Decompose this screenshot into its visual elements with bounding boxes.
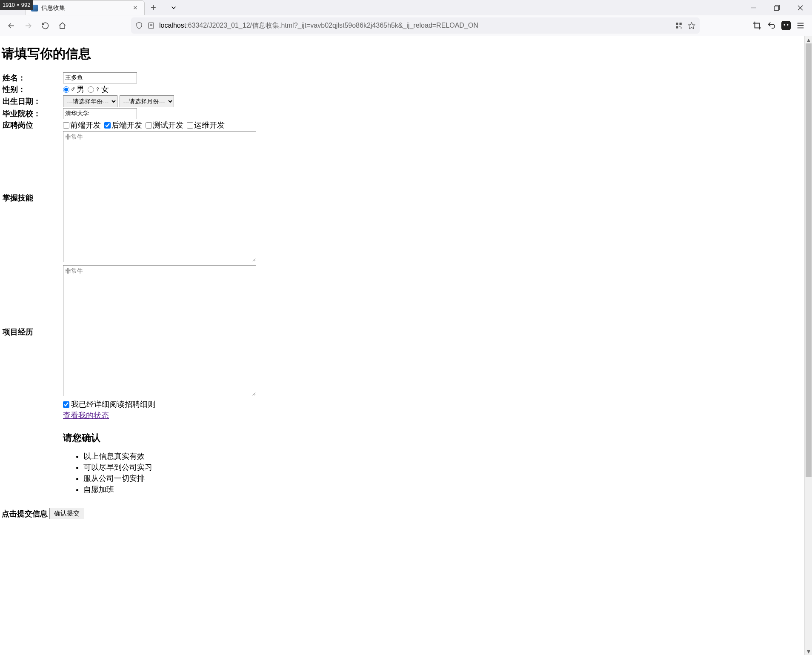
nav-bar: localhost:63342/J2023_01_12/信息收集.html?_i…	[0, 15, 812, 36]
svg-rect-13	[680, 26, 680, 27]
undo-icon[interactable]	[767, 21, 776, 30]
home-button[interactable]	[54, 18, 70, 33]
qr-icon[interactable]	[675, 22, 683, 29]
tab-bar: 1910 × 992 信息收集 × +	[0, 0, 812, 15]
maximize-button[interactable]	[765, 0, 789, 15]
window-controls	[742, 0, 812, 15]
svg-point-16	[784, 24, 786, 26]
vertical-scrollbar[interactable]: ▴ ▾	[804, 36, 812, 36]
tab-close-button[interactable]: ×	[131, 3, 139, 12]
crop-icon[interactable]	[752, 21, 762, 30]
url-text: localhost:63342/J2023_01_12/信息收集.html?_i…	[159, 21, 671, 30]
svg-rect-14	[681, 28, 682, 29]
forward-button[interactable]	[20, 18, 36, 33]
extension-icon[interactable]	[781, 21, 791, 30]
svg-rect-12	[676, 26, 678, 29]
shield-icon[interactable]	[135, 22, 143, 29]
back-button[interactable]	[3, 18, 19, 33]
tab-list-button[interactable]	[162, 0, 186, 15]
svg-point-17	[787, 24, 789, 26]
reload-button[interactable]	[37, 18, 53, 33]
close-window-button[interactable]	[789, 0, 812, 15]
browser-tab[interactable]: 信息收集 ×	[26, 0, 145, 15]
new-tab-button[interactable]: +	[145, 2, 162, 13]
site-info-icon[interactable]	[147, 22, 155, 29]
svg-rect-10	[676, 23, 678, 25]
svg-marker-15	[689, 23, 695, 29]
url-bar[interactable]: localhost:63342/J2023_01_12/信息收集.html?_i…	[131, 17, 700, 34]
dimension-badge: 1910 × 992	[0, 0, 33, 10]
star-icon[interactable]	[688, 22, 695, 29]
scroll-up-arrow-icon[interactable]: ▴	[805, 36, 812, 36]
extension-icons	[752, 21, 809, 30]
tab-title: 信息收集	[41, 4, 128, 12]
svg-rect-11	[680, 23, 682, 25]
browser-chrome: 1910 × 992 信息收集 × +	[0, 0, 812, 36]
svg-rect-2	[775, 6, 779, 10]
minimize-button[interactable]	[742, 0, 765, 15]
menu-button[interactable]	[796, 21, 805, 30]
